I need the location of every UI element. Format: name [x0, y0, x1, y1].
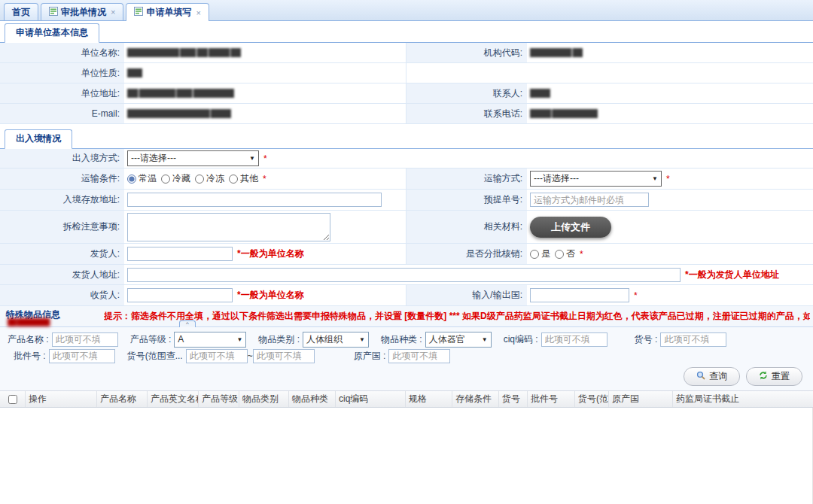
- shipper-address-input[interactable]: [127, 268, 681, 282]
- unit-info-form: 单位名称: ██████████ ███ ██ ████ ██ 机构代码: ██…: [0, 43, 813, 124]
- entry-panel-header: 出入境情况: [0, 127, 813, 149]
- unit-name-label: 单位名称:: [0, 43, 124, 63]
- radio-no-input[interactable]: [555, 250, 564, 259]
- org-code-label: 机构代码:: [406, 43, 527, 63]
- shipper-address-cell: *一般为发货人单位地址: [124, 265, 813, 285]
- tab-approval-label: 审批单情况: [61, 6, 106, 19]
- results-table-body: [0, 408, 813, 504]
- entry-mode-cell: ---请选择---▼ *: [124, 149, 813, 169]
- tab-home-label: 首页: [12, 6, 30, 19]
- radio-yes[interactable]: 是: [530, 247, 550, 260]
- ciq-code-label: ciq编码 :: [504, 333, 538, 346]
- consignee-cell: *一般为单位名称: [124, 285, 406, 306]
- transport-mode-cell: ---请选择---▼ *: [527, 169, 813, 190]
- ciq-code-input[interactable]: [541, 332, 607, 347]
- io-country-input[interactable]: [530, 288, 629, 302]
- radio-normal-temp[interactable]: 常温: [127, 172, 157, 185]
- col-article-no: 货号: [499, 391, 528, 407]
- radio-frozen-input[interactable]: [195, 175, 204, 184]
- transport-mode-label: 运输方式:: [406, 169, 527, 190]
- select-all-checkbox[interactable]: [8, 395, 17, 404]
- lading-no-cell: [527, 190, 813, 211]
- document-icon: [134, 7, 143, 18]
- storage-address-input[interactable]: [127, 193, 382, 207]
- unit-panel-title: 申请单位基本信息: [5, 23, 99, 43]
- artno-range-from-input[interactable]: [186, 349, 248, 363]
- upload-file-button[interactable]: 上传文件: [530, 217, 611, 238]
- filter-hint: 提示：筛选条件不用全填，通过以下条件筛选出需要申报特殊物品，并设置 [数量件数]…: [104, 310, 810, 323]
- product-name-input[interactable]: [52, 332, 118, 347]
- transport-condition-label: 运输条件:: [0, 169, 124, 190]
- chevron-down-icon: ▼: [249, 155, 255, 162]
- entry-panel-title: 出入境情况: [5, 129, 72, 149]
- contact-value: ████: [527, 83, 813, 104]
- entry-exit-form: 出入境方式: ---请选择---▼ * 运输条件: 常温 冷藏 冷冻 其他 * …: [0, 149, 813, 306]
- radio-yes-input[interactable]: [530, 250, 539, 259]
- col-product-name: 产品名称: [97, 391, 148, 407]
- query-button[interactable]: 查询: [684, 367, 740, 386]
- radio-refrigerated[interactable]: 冷藏: [161, 172, 190, 185]
- shipper-label: 发货人:: [0, 244, 124, 265]
- artno-range-to-input[interactable]: [253, 349, 315, 363]
- io-country-label: 输入/输出国:: [406, 285, 527, 306]
- chevron-down-icon: ▼: [236, 336, 242, 343]
- lading-no-input[interactable]: [530, 193, 649, 207]
- required-mark: *: [666, 174, 670, 184]
- batch-no-label: 批件号 :: [14, 350, 46, 363]
- batch-no-input[interactable]: [49, 349, 115, 363]
- window-tab-bar: 首页 审批单情况 × 申请单填写 ×: [0, 0, 813, 21]
- entry-mode-label: 出入境方式:: [0, 149, 124, 169]
- product-name-label: 产品名称 :: [8, 333, 49, 346]
- radio-other-input[interactable]: [229, 175, 238, 184]
- unit-nature-label: 单位性质:: [0, 63, 124, 83]
- close-icon[interactable]: ×: [196, 8, 200, 17]
- collapse-toggle[interactable]: ^: [179, 320, 196, 327]
- item-category-select[interactable]: 人体组织▼: [303, 332, 369, 348]
- tab-application-label: 申请单填写: [146, 6, 191, 19]
- tab-approval[interactable]: 审批单情况 ×: [41, 3, 123, 20]
- org-code-value: ████████ ██: [527, 43, 813, 63]
- close-icon[interactable]: ×: [111, 8, 115, 17]
- shipper-address-hint: *一般为发货人单位地址: [685, 269, 779, 281]
- reset-button[interactable]: 重置: [746, 367, 802, 386]
- unit-panel-header: 申请单位基本信息: [0, 21, 813, 43]
- product-grade-select[interactable]: A▼: [174, 332, 246, 348]
- radio-no[interactable]: 否: [555, 247, 575, 260]
- search-icon: [696, 371, 705, 382]
- col-storage-condition: 存储条件: [452, 391, 499, 407]
- col-product-name-en: 产品英文名称: [148, 391, 199, 407]
- item-kind-select[interactable]: 人体器官▼: [425, 332, 492, 348]
- col-ciq-code: ciq编码: [336, 391, 406, 407]
- radio-frozen[interactable]: 冷冻: [195, 172, 224, 185]
- required-mark: *: [263, 153, 267, 164]
- radio-normal-temp-input[interactable]: [127, 175, 136, 184]
- radio-refrigerated-input[interactable]: [161, 175, 170, 184]
- artno-range-label: 货号(范围查...: [127, 350, 183, 363]
- materials-label: 相关材料:: [406, 211, 527, 244]
- batch-writeoff-label: 是否分批核销:: [406, 244, 527, 265]
- chevron-down-icon: ▼: [482, 336, 488, 343]
- transport-mode-select[interactable]: ---请选择---▼: [530, 171, 662, 187]
- empty-cell: [406, 63, 813, 83]
- consignee-label: 收货人:: [0, 285, 124, 306]
- filter-row-2: 批件号 : 货号(范围查... ~ 原产国 :: [6, 348, 807, 364]
- radio-other[interactable]: 其他: [229, 172, 258, 185]
- tab-application[interactable]: 申请单填写 ×: [126, 3, 209, 21]
- tab-home[interactable]: 首页: [4, 3, 38, 20]
- entry-mode-select[interactable]: ---请选择---▼: [127, 150, 259, 166]
- required-mark: *: [263, 174, 266, 184]
- origin-country-input[interactable]: [388, 349, 450, 363]
- unit-name-value: ██████████ ███ ██ ████ ██: [124, 43, 406, 63]
- unpack-notes-textarea[interactable]: [127, 213, 330, 241]
- article-no-label: 货号 :: [635, 333, 658, 346]
- select-all-cell: [0, 391, 26, 407]
- chevron-up-icon: ^: [186, 320, 189, 327]
- consignee-input[interactable]: [127, 288, 233, 302]
- shipper-input[interactable]: [127, 247, 233, 261]
- email-value: ████████████████ ████: [124, 104, 406, 124]
- storage-address-label: 入境存放地址:: [0, 190, 124, 211]
- article-no-input[interactable]: [660, 332, 726, 347]
- col-item-category: 物品类别: [239, 391, 289, 407]
- unit-address-label: 单位地址:: [0, 83, 124, 104]
- email-label: E-mail:: [0, 104, 124, 124]
